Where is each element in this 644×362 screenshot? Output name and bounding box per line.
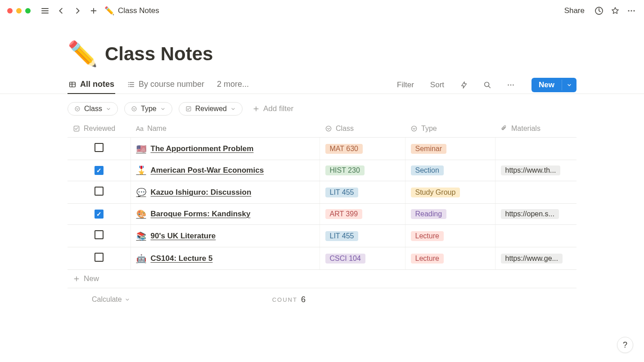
row-name: The Apportionment Problem bbox=[151, 144, 254, 153]
view-more-icon[interactable] bbox=[504, 79, 517, 91]
forward-icon[interactable] bbox=[72, 5, 83, 16]
new-dropdown-icon[interactable] bbox=[562, 80, 576, 90]
type-tag[interactable]: Lecture bbox=[411, 254, 444, 264]
page-title[interactable]: Class Notes bbox=[105, 43, 213, 65]
filters-row: ClassTypeReviewed Add filter bbox=[0, 94, 644, 120]
row-emoji-icon: 🤖 bbox=[136, 254, 146, 264]
filter-pill-class[interactable]: Class bbox=[68, 102, 118, 116]
type-tag[interactable]: Study Group bbox=[411, 188, 460, 197]
svg-rect-4 bbox=[70, 82, 76, 87]
reviewed-checkbox[interactable] bbox=[95, 187, 104, 196]
tab-label: 2 more... bbox=[217, 80, 249, 89]
automations-icon[interactable] bbox=[458, 79, 470, 91]
materials-link[interactable]: https://open.s... bbox=[501, 209, 559, 219]
filter-button[interactable]: Filter bbox=[394, 79, 417, 91]
row-name: Kazuo Ishiguro: Discussion bbox=[151, 188, 252, 197]
tab-icon bbox=[68, 80, 77, 89]
type-tag[interactable]: Lecture bbox=[411, 231, 444, 241]
type-tag[interactable]: Reading bbox=[411, 209, 447, 219]
column-header-name[interactable]: Aa Name bbox=[131, 120, 320, 138]
favorite-icon[interactable] bbox=[610, 5, 621, 16]
column-header-class[interactable]: Class bbox=[320, 120, 405, 138]
database-table: Reviewed Aa Name Class bbox=[0, 120, 644, 311]
svg-point-8 bbox=[485, 82, 489, 86]
name-cell[interactable]: 💬Kazuo Ishiguro: Discussion bbox=[136, 188, 314, 197]
breadcrumb[interactable]: ✏️ Class Notes bbox=[104, 6, 159, 16]
filter-pill-type[interactable]: Type bbox=[124, 102, 172, 116]
name-cell[interactable]: 📚90's UK Literature bbox=[136, 231, 314, 241]
view-tab-2[interactable]: 2 more... bbox=[216, 76, 250, 94]
table-row[interactable]: 🇺🇸The Apportionment ProblemMAT 630Semina… bbox=[68, 138, 576, 160]
row-name: Baroque Forms: Kandinsky bbox=[151, 210, 251, 219]
new-tab-icon[interactable] bbox=[88, 5, 99, 16]
sort-button[interactable]: Sort bbox=[428, 79, 447, 91]
breadcrumb-title: Class Notes bbox=[118, 6, 159, 15]
pill-type-icon bbox=[74, 106, 81, 112]
menu-icon[interactable] bbox=[40, 5, 50, 16]
search-icon[interactable] bbox=[481, 79, 494, 91]
view-tab-1[interactable]: By course number bbox=[126, 76, 205, 94]
table-row[interactable]: 🎨Baroque Forms: KandinskyART 399Readingh… bbox=[68, 204, 576, 225]
reviewed-checkbox[interactable] bbox=[95, 230, 104, 239]
pill-label: Reviewed bbox=[195, 105, 227, 113]
minimize-window-icon[interactable] bbox=[16, 8, 22, 13]
new-row-button[interactable]: New bbox=[68, 270, 576, 288]
row-emoji-icon: 🇺🇸 bbox=[136, 144, 146, 154]
reviewed-checkbox[interactable] bbox=[95, 253, 104, 262]
reviewed-checkbox[interactable] bbox=[95, 210, 104, 219]
svg-point-5 bbox=[128, 82, 129, 83]
window-controls bbox=[7, 8, 31, 13]
add-filter-label: Add filter bbox=[263, 104, 293, 113]
class-tag[interactable]: HIST 230 bbox=[325, 165, 365, 175]
class-tag[interactable]: LIT 455 bbox=[325, 231, 359, 241]
name-cell[interactable]: 🇺🇸The Apportionment Problem bbox=[136, 144, 314, 154]
view-tab-0[interactable]: All notes bbox=[68, 76, 115, 94]
class-tag[interactable]: LIT 455 bbox=[325, 188, 359, 197]
column-header-reviewed[interactable]: Reviewed bbox=[68, 120, 131, 138]
row-name: 90's UK Literature bbox=[151, 232, 216, 241]
tab-label: By course number bbox=[139, 80, 204, 89]
page-icon[interactable]: ✏️ bbox=[68, 40, 98, 68]
new-button[interactable]: New bbox=[531, 78, 562, 92]
svg-point-11 bbox=[513, 84, 514, 85]
type-tag[interactable]: Section bbox=[411, 165, 444, 175]
name-cell[interactable]: 🎨Baroque Forms: Kandinsky bbox=[136, 209, 314, 219]
class-tag[interactable]: CSCI 104 bbox=[325, 254, 365, 264]
type-tag[interactable]: Seminar bbox=[411, 144, 447, 154]
name-cell[interactable]: 🎖️American Post-War Economics bbox=[136, 165, 314, 175]
svg-point-2 bbox=[630, 10, 632, 11]
name-cell[interactable]: 🤖CS104: Lecture 5 bbox=[136, 254, 314, 264]
column-header-type[interactable]: Type bbox=[405, 120, 495, 138]
class-tag[interactable]: MAT 630 bbox=[325, 144, 363, 154]
reviewed-checkbox[interactable] bbox=[95, 143, 104, 152]
pill-label: Type bbox=[141, 105, 157, 113]
row-emoji-icon: 🎨 bbox=[136, 209, 146, 219]
reviewed-checkbox[interactable] bbox=[95, 166, 104, 175]
svg-point-10 bbox=[510, 84, 512, 85]
table-row[interactable]: 📚90's UK LiteratureLIT 455Lecture bbox=[68, 225, 576, 247]
maximize-window-icon[interactable] bbox=[25, 8, 31, 13]
class-tag[interactable]: ART 399 bbox=[325, 209, 363, 219]
more-icon[interactable] bbox=[626, 5, 637, 16]
share-button[interactable]: Share bbox=[561, 4, 588, 17]
table-row[interactable]: 💬Kazuo Ishiguro: DiscussionLIT 455Study … bbox=[68, 181, 576, 204]
count-display: COUNT 6 bbox=[272, 295, 306, 304]
pill-type-icon bbox=[185, 106, 192, 112]
svg-point-13 bbox=[132, 107, 136, 111]
table-row[interactable]: 🎖️American Post-War EconomicsHIST 230Sec… bbox=[68, 160, 576, 181]
chevron-down-icon bbox=[106, 106, 111, 112]
svg-point-17 bbox=[411, 126, 416, 131]
chevron-down-icon bbox=[230, 106, 236, 112]
add-filter-button[interactable]: Add filter bbox=[249, 102, 297, 116]
column-header-materials[interactable]: Materials bbox=[495, 120, 576, 138]
table-row[interactable]: 🤖CS104: Lecture 5CSCI 104Lecturehttps://… bbox=[68, 247, 576, 270]
materials-link[interactable]: https://www.th... bbox=[501, 165, 561, 175]
breadcrumb-icon: ✏️ bbox=[104, 6, 114, 16]
close-window-icon[interactable] bbox=[7, 8, 13, 13]
calculate-button[interactable]: Calculate bbox=[89, 295, 133, 304]
page-header: ✏️ Class Notes bbox=[0, 22, 644, 72]
back-icon[interactable] bbox=[56, 5, 67, 16]
updates-icon[interactable] bbox=[594, 5, 604, 16]
filter-pill-reviewed[interactable]: Reviewed bbox=[179, 102, 243, 116]
materials-link[interactable]: https://www.ge... bbox=[501, 254, 563, 264]
